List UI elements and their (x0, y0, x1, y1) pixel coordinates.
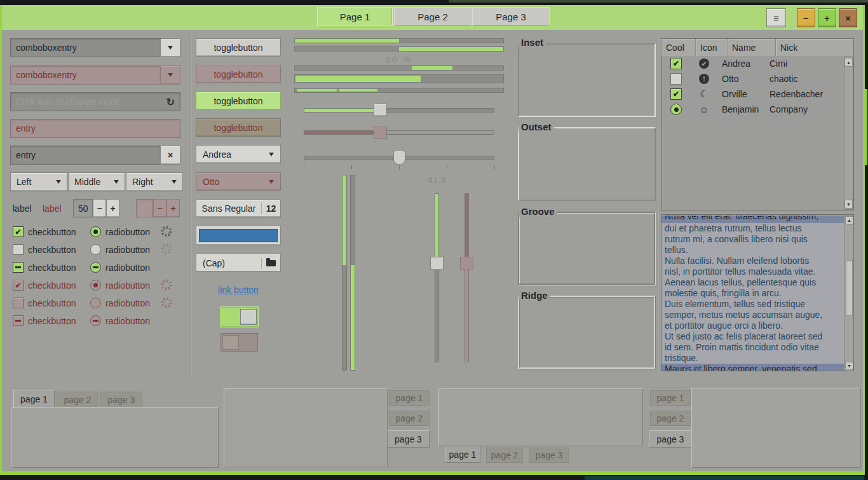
tab-page2[interactable]: page 2 (57, 392, 98, 408)
dropdown-right[interactable]: Right (126, 172, 183, 191)
checkbutton-label[interactable]: checkbutton (28, 244, 76, 255)
icon-mode-entry[interactable]: Click icon to change mode ↻ (10, 92, 180, 111)
cell-name[interactable]: Orville (717, 89, 765, 99)
radiobutton-label[interactable]: radiobutton (105, 244, 150, 255)
screen: Page 1 Page 2 Page 3 ≡ − + × comboboxent… (0, 0, 868, 480)
chevron-down-icon (269, 153, 274, 156)
tab-page3[interactable]: page 3 (100, 392, 142, 408)
column-header-name[interactable]: Name (728, 39, 776, 56)
checkbox-unchecked[interactable] (13, 244, 24, 255)
titlebar-tab-page3[interactable]: Page 3 (472, 7, 550, 26)
entry-with-clear[interactable]: entry (10, 146, 161, 165)
checkbox-checked[interactable]: ✔ (13, 226, 24, 237)
textview[interactable]: Nulla vel elit erat. Maecenas dignissim,… (661, 214, 854, 371)
hscale-handle[interactable] (374, 104, 387, 116)
scroll-up-button[interactable]: ▲ (844, 58, 853, 67)
radio-selected[interactable] (90, 226, 101, 237)
tab-page1-active[interactable]: page 1 (13, 390, 55, 408)
spinbutton-value[interactable]: 50 (73, 199, 93, 217)
radiobutton-label[interactable]: radiobutton (105, 262, 150, 273)
font-button[interactable]: Sans Regular 12 (196, 200, 281, 217)
comboboxentry-input[interactable]: comboboxentry (10, 38, 161, 57)
checkbutton-label[interactable]: checkbutton (28, 226, 76, 237)
spinbutton-plus-button[interactable]: + (106, 199, 119, 217)
cell-nick[interactable]: Redenbacher (765, 89, 853, 99)
close-button[interactable]: × (839, 8, 857, 27)
chevron-down-icon (172, 180, 177, 184)
textview-scrollbar[interactable]: ▲ ▼ (844, 215, 854, 371)
tab-page1[interactable]: page 1 (650, 390, 691, 406)
table-row[interactable]: ✔ ✔ Andrea Cimi (661, 56, 853, 71)
vscale-handle[interactable] (430, 257, 444, 270)
switch-on-knob[interactable] (240, 309, 257, 325)
check-icon: ✔ (673, 59, 679, 68)
cell-name[interactable]: Otto (717, 74, 765, 84)
minimize-button[interactable]: − (797, 8, 815, 27)
combobox-andrea[interactable]: Andrea (196, 145, 281, 163)
table-row[interactable]: ! Otto chaotic (661, 71, 853, 86)
tab-page3-active[interactable]: page 3 (649, 430, 691, 448)
menu-button[interactable]: ≡ (766, 8, 786, 27)
column-header-icon[interactable]: Icon (696, 39, 728, 56)
cell-name[interactable]: Benjamin (717, 104, 765, 114)
table-row[interactable]: ✔ ☾ Orville Redenbacher (661, 86, 853, 102)
togglebutton-active[interactable]: togglebutton (196, 92, 281, 110)
scroll-up-button[interactable]: ▲ (845, 216, 853, 224)
file-chooser-button[interactable]: (Cap) (196, 254, 281, 272)
checkbox-unchecked[interactable] (670, 73, 682, 85)
titlebar[interactable]: Page 1 Page 2 Page 3 ≡ − + × (2, 5, 863, 30)
spinbutton-minus-button[interactable]: − (93, 199, 106, 217)
notebook-content (224, 388, 388, 467)
clear-icon: × (168, 150, 173, 160)
radiobutton-label[interactable]: radiobutton (105, 226, 150, 237)
dropdown-middle[interactable]: Middle (68, 172, 125, 191)
tab-page3-active[interactable]: page 3 (388, 430, 430, 448)
hscale-trough[interactable] (304, 108, 494, 113)
maximize-button[interactable]: + (818, 8, 836, 27)
link-button[interactable]: link button (210, 285, 267, 295)
column-header-nick[interactable]: Nick (776, 39, 853, 56)
radio-unselected[interactable] (90, 244, 101, 255)
cell-cool[interactable] (661, 104, 691, 115)
tab-page2[interactable]: page 2 (486, 448, 523, 463)
vscale-value-label: 41,8 (421, 175, 453, 185)
titlebar-tab-page1[interactable]: Page 1 (317, 7, 393, 26)
checkbox-indeterminate[interactable] (13, 262, 24, 273)
cell-cool[interactable]: ✔ (661, 58, 691, 69)
checkbox-checked[interactable]: ✔ (670, 58, 682, 69)
table-row[interactable]: ☺ Benjamin Company (661, 102, 853, 117)
radio-indeterminate[interactable] (90, 262, 101, 273)
cell-cool[interactable]: ✔ (661, 88, 691, 100)
tab-page2[interactable]: page 2 (650, 411, 691, 426)
column-header-cool[interactable]: Cool (661, 39, 696, 56)
color-button[interactable] (196, 226, 281, 245)
togglebutton-normal[interactable]: togglebutton (196, 38, 281, 57)
table-scrollbar[interactable]: ▲ ▼ (844, 57, 853, 210)
cell-nick[interactable]: chaotic (765, 74, 853, 84)
cell-name[interactable]: Andrea (717, 58, 765, 69)
selected-line-clipped-top: Nulla vel elit erat. Maecenas dignissim, (661, 216, 844, 223)
tab-page1-active[interactable]: page 1 (445, 446, 480, 463)
radio-selected[interactable] (670, 104, 682, 115)
notebook-content (438, 388, 643, 446)
scroll-down-button[interactable]: ▼ (845, 362, 853, 370)
tab-page2[interactable]: page 2 (389, 411, 430, 426)
cell-cool[interactable] (661, 73, 691, 85)
scroll-down-button[interactable]: ▼ (844, 200, 853, 209)
textview-content[interactable]: dui et pharetra rutrum, tellus lectus ru… (665, 223, 844, 364)
cell-nick[interactable]: Cimi (765, 58, 853, 69)
checkbutton-label[interactable]: checkbutton (28, 262, 76, 273)
cell-nick[interactable]: Company (765, 104, 853, 114)
switch-on[interactable] (220, 307, 258, 327)
vscale-trough[interactable] (435, 193, 439, 362)
tab-page1[interactable]: page 1 (389, 390, 430, 406)
entry-clear-button[interactable]: × (160, 146, 180, 165)
hscale-marks-handle[interactable] (393, 151, 405, 165)
comboboxentry-dropdown-button[interactable] (160, 38, 180, 57)
dropdown-left[interactable]: Left (10, 172, 67, 191)
refresh-icon[interactable]: ↻ (166, 96, 175, 108)
scrollbar-thumb[interactable] (846, 260, 853, 316)
tab-page3[interactable]: page 3 (529, 448, 569, 463)
checkbox-checked[interactable]: ✔ (670, 88, 682, 100)
titlebar-tab-page2[interactable]: Page 2 (394, 7, 471, 26)
